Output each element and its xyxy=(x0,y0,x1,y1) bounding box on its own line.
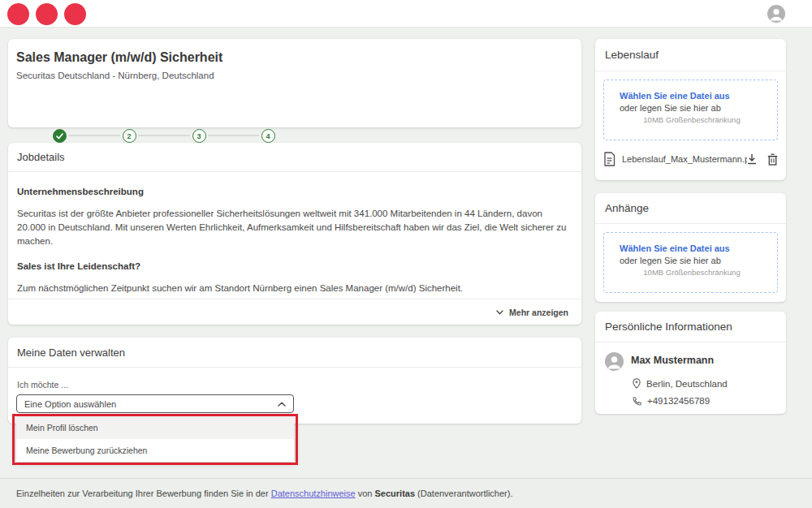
resume-card: Lebenslauf Wählen Sie eine Datei aus ode… xyxy=(595,39,786,180)
step-connector xyxy=(208,135,259,136)
job-header-card: Sales Manager (m/w/d) Sicherheit Securit… xyxy=(8,39,581,127)
jobdetails-body: Unternehmensbeschreibung Securitas ist d… xyxy=(8,172,581,299)
location-pin-icon xyxy=(633,378,641,389)
securitas-logo xyxy=(7,3,86,25)
document-icon xyxy=(603,152,615,166)
action-select[interactable]: Eine Option auswählen xyxy=(16,394,294,413)
privacy-footer: Einzelheiten zur Verarbeitung Ihrer Bewe… xyxy=(0,478,812,508)
footer-text: Einzelheiten zur Verarbeitung Ihrer Bewe… xyxy=(16,489,271,498)
user-avatar[interactable] xyxy=(767,5,785,23)
phone-icon xyxy=(633,397,641,406)
passion-text: Zum nächstmöglichen Zeitpunkt suchen wir… xyxy=(17,282,572,295)
person-icon xyxy=(767,5,785,23)
applicant-name: Max Mustermann xyxy=(631,355,714,371)
manage-data-card-title: Meine Daten verwalten xyxy=(8,338,581,368)
step-circle-angebot: 4 xyxy=(261,129,275,143)
show-more-label: Mehr anzeigen xyxy=(509,308,568,317)
step-number: 3 xyxy=(197,132,201,140)
personal-info-card: Persönliche Informationen Max Mustermann… xyxy=(595,312,786,414)
attachments-card: Anhänge Wählen Sie eine Datei aus oder l… xyxy=(595,193,786,302)
size-limit-hint: 10MB Größenbeschränkung xyxy=(620,268,777,277)
resume-file-name: Lebenslauf_Max_Mustermann.pdf xyxy=(622,154,747,164)
personal-info-card-title: Persönliche Informationen xyxy=(595,312,786,342)
step-number: 2 xyxy=(127,132,131,140)
manage-data-card: Meine Daten verwalten Ich möchte ... Ein… xyxy=(8,338,581,424)
chevron-down-icon xyxy=(496,310,503,315)
resume-file-row: Lebenslauf_Max_Mustermann.pdf xyxy=(603,148,778,170)
step-connector xyxy=(68,135,120,136)
footer-company: Securitas xyxy=(375,489,416,498)
step-connector xyxy=(138,135,190,136)
choose-file-link[interactable]: Wählen Sie eine Datei aus xyxy=(620,243,777,253)
page-title: Sales Manager (m/w/d) Sicherheit xyxy=(16,50,573,65)
option-delete-profile[interactable]: Mein Profil löschen xyxy=(16,416,294,439)
resume-dropzone[interactable]: Wählen Sie eine Datei aus oder legen Sie… xyxy=(603,80,778,140)
option-withdraw-application[interactable]: Meine Bewerbung zurückziehen xyxy=(16,439,294,462)
check-icon xyxy=(56,133,63,140)
select-value: Eine Option auswählen xyxy=(24,399,278,409)
company-description-text: Securitas ist der größte Anbieter profes… xyxy=(17,207,572,248)
attachments-card-title: Anhänge xyxy=(595,193,786,224)
choose-file-link[interactable]: Wählen Sie eine Datei aus xyxy=(620,91,777,101)
applicant-phone-row: +49132456789 xyxy=(633,396,776,406)
drop-hint: oder legen Sie sie hier ab xyxy=(620,256,777,265)
logo-dot-icon xyxy=(7,3,29,25)
footer-text: (Datenverantwortlicher). xyxy=(415,489,512,498)
drop-hint: oder legen Sie sie hier ab xyxy=(620,103,777,113)
personal-info-body: Max Mustermann Berlin, Deutschland +4913… xyxy=(595,342,786,415)
trash-icon xyxy=(767,153,778,166)
privacy-policy-link[interactable]: Datenschutzhinweise xyxy=(271,489,356,498)
download-icon xyxy=(747,153,757,165)
delete-file-button[interactable] xyxy=(767,153,778,166)
resume-card-title: Lebenslauf xyxy=(595,39,786,71)
applicant-phone: +49132456789 xyxy=(647,396,710,406)
logo-dot-icon xyxy=(36,3,58,25)
footer-text: von xyxy=(356,489,375,498)
show-more-button[interactable]: Mehr anzeigen xyxy=(8,299,581,325)
logo-dot-icon xyxy=(64,3,86,25)
chevron-up-icon xyxy=(278,402,286,407)
company-location: Securitas Deutschland - Nürnberg, Deutsc… xyxy=(16,71,573,80)
step-number: 4 xyxy=(266,132,270,140)
jobdetails-card: Jobdetails Unternehmensbeschreibung Secu… xyxy=(8,143,581,325)
action-select-dropdown: Mein Profil löschen Meine Bewerbung zurü… xyxy=(16,416,294,462)
size-limit-hint: 10MB Größenbeschränkung xyxy=(620,115,777,124)
applicant-avatar xyxy=(605,352,624,371)
applicant-location: Berlin, Deutschland xyxy=(646,379,728,389)
download-button[interactable] xyxy=(747,153,757,165)
jobdetails-card-title: Jobdetails xyxy=(8,143,581,172)
attachments-dropzone[interactable]: Wählen Sie eine Datei aus oder legen Sie… xyxy=(603,232,778,293)
select-label: Ich möchte ... xyxy=(17,380,68,390)
step-circle-in-beurteilung: 2 xyxy=(123,129,136,143)
company-description-heading: Unternehmensbeschreibung xyxy=(17,185,572,199)
step-circle-neu xyxy=(53,129,67,143)
applicant-location-row: Berlin, Deutschland xyxy=(633,378,776,389)
passion-heading: Sales ist Ihre Leidenschaft? xyxy=(17,260,572,273)
step-circle-bewerbungsgespraech: 3 xyxy=(192,129,206,143)
top-bar xyxy=(0,0,812,28)
